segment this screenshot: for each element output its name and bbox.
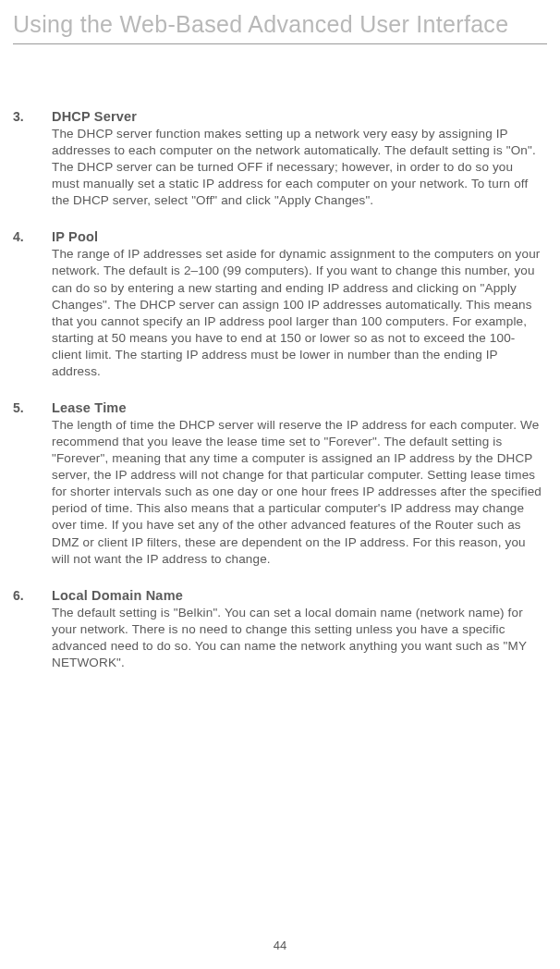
section-6: 6. Local Domain Name The default setting… — [13, 588, 547, 671]
section-number: 3. — [13, 109, 52, 209]
section-number: 6. — [13, 588, 52, 671]
section-number: 4. — [13, 229, 52, 380]
page-title: Using the Web-Based Advanced User Interf… — [13, 11, 547, 38]
section-body: The default setting is "Belkin". You can… — [52, 605, 542, 671]
section-heading: IP Pool — [52, 229, 542, 244]
page-number: 44 — [0, 938, 560, 952]
section-3: 3. DHCP Server The DHCP server function … — [13, 109, 547, 209]
section-content: IP Pool The range of IP addresses set as… — [52, 229, 547, 380]
section-heading: Lease Time — [52, 400, 542, 415]
section-body: The range of IP addresses set aside for … — [52, 246, 542, 380]
section-5: 5. Lease Time The length of time the DHC… — [13, 400, 547, 568]
section-content: Lease Time The length of time the DHCP s… — [52, 400, 547, 568]
title-divider — [13, 43, 547, 44]
section-4: 4. IP Pool The range of IP addresses set… — [13, 229, 547, 380]
section-content: DHCP Server The DHCP server function mak… — [52, 109, 547, 209]
section-body: The length of time the DHCP server will … — [52, 417, 542, 568]
section-heading: Local Domain Name — [52, 588, 542, 603]
section-body: The DHCP server function makes setting u… — [52, 126, 542, 209]
section-heading: DHCP Server — [52, 109, 542, 124]
section-content: Local Domain Name The default setting is… — [52, 588, 547, 671]
section-number: 5. — [13, 400, 52, 568]
